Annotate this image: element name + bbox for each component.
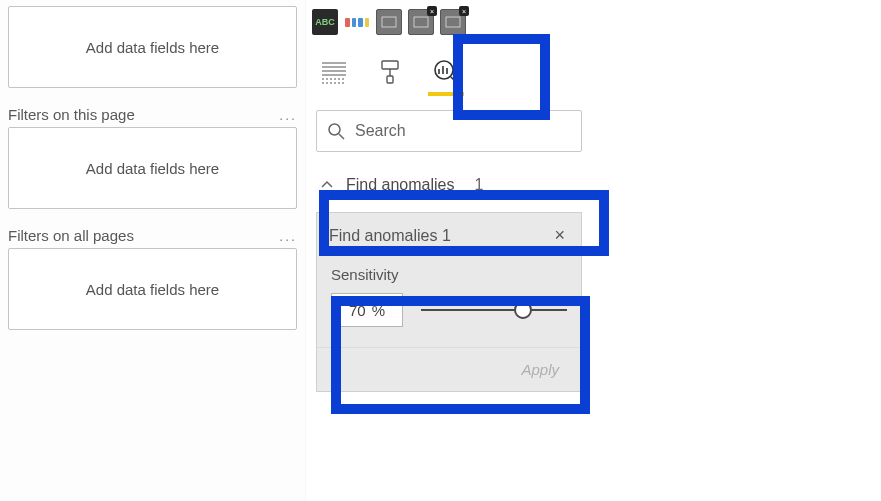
card-footer: Apply: [317, 347, 581, 391]
svg-rect-2: [446, 17, 460, 27]
svg-rect-0: [382, 17, 396, 27]
drop-zone-label: Add data fields here: [86, 281, 219, 298]
apply-button[interactable]: Apply: [515, 360, 565, 379]
sensitivity-value: 70: [349, 302, 366, 319]
viz-type-placeholder-icon[interactable]: [376, 9, 402, 35]
svg-point-17: [329, 124, 340, 135]
drop-zone-label: Add data fields here: [86, 39, 219, 56]
filter-drop-zone[interactable]: Add data fields here: [8, 127, 297, 209]
search-input[interactable]: Search: [316, 110, 582, 152]
fields-tab-icon[interactable]: [318, 56, 350, 88]
svg-line-13: [451, 77, 458, 84]
viz-type-treemap-icon[interactable]: [344, 9, 370, 35]
viz-gallery-row: ABC × ×: [306, 4, 592, 40]
chevron-up-icon: [320, 178, 334, 192]
filters-section-header-all[interactable]: Filters on all pages ...: [0, 217, 305, 248]
slider-track: [421, 309, 567, 311]
svg-rect-11: [387, 76, 393, 83]
accordion-count: 1: [475, 176, 484, 194]
more-icon[interactable]: ...: [279, 107, 297, 123]
sensitivity-value-input[interactable]: 70 %: [331, 293, 403, 327]
analytics-tab-icon[interactable]: [430, 56, 462, 88]
sensitivity-slider[interactable]: [421, 300, 567, 320]
close-icon: ×: [554, 225, 565, 245]
card-title: Find anomalies 1: [329, 227, 451, 245]
section-title: Filters on this page: [8, 106, 135, 123]
anomaly-card: Find anomalies 1 × Sensitivity 70 %: [316, 212, 582, 392]
format-tab-icon[interactable]: [374, 56, 406, 88]
visualizations-pane: ABC × ×: [306, 0, 592, 501]
find-anomalies-accordion[interactable]: Find anomalies 1: [306, 158, 592, 212]
search-placeholder: Search: [355, 122, 406, 140]
sensitivity-unit: %: [372, 302, 385, 319]
svg-point-12: [435, 61, 453, 79]
drop-zone-label: Add data fields here: [86, 160, 219, 177]
viz-type-placeholder-icon[interactable]: ×: [440, 9, 466, 35]
viz-type-smart-narrative-icon[interactable]: ABC: [312, 9, 338, 35]
sensitivity-label: Sensitivity: [331, 266, 567, 283]
filters-pane: Add data fields here Filters on this pag…: [0, 0, 306, 501]
sensitivity-section: Sensitivity 70 %: [317, 256, 581, 347]
more-icon[interactable]: ...: [279, 228, 297, 244]
search-icon: [327, 122, 345, 140]
card-close-button[interactable]: ×: [550, 225, 569, 246]
filter-drop-zone[interactable]: Add data fields here: [8, 248, 297, 330]
filters-section-header-page[interactable]: Filters on this page ...: [0, 96, 305, 127]
viz-type-placeholder-icon[interactable]: ×: [408, 9, 434, 35]
section-title: Filters on all pages: [8, 227, 134, 244]
filter-drop-zone[interactable]: Add data fields here: [8, 6, 297, 88]
slider-thumb[interactable]: [514, 301, 532, 319]
svg-line-18: [339, 134, 344, 139]
viz-tabs: [306, 40, 592, 102]
canvas-area: [592, 0, 881, 501]
svg-rect-9: [382, 61, 398, 69]
accordion-label: Find anomalies: [346, 176, 455, 194]
svg-rect-1: [414, 17, 428, 27]
card-header: Find anomalies 1 ×: [317, 219, 581, 256]
